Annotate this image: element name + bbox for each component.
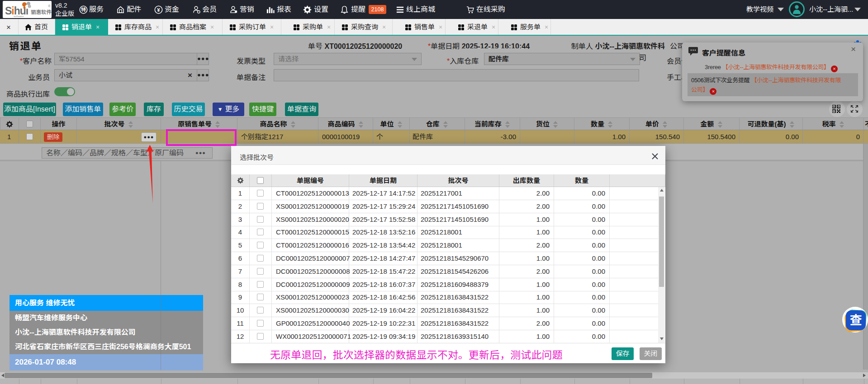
svg-text:特: 特	[81, 7, 86, 12]
svg-text:¥: ¥	[157, 7, 160, 13]
